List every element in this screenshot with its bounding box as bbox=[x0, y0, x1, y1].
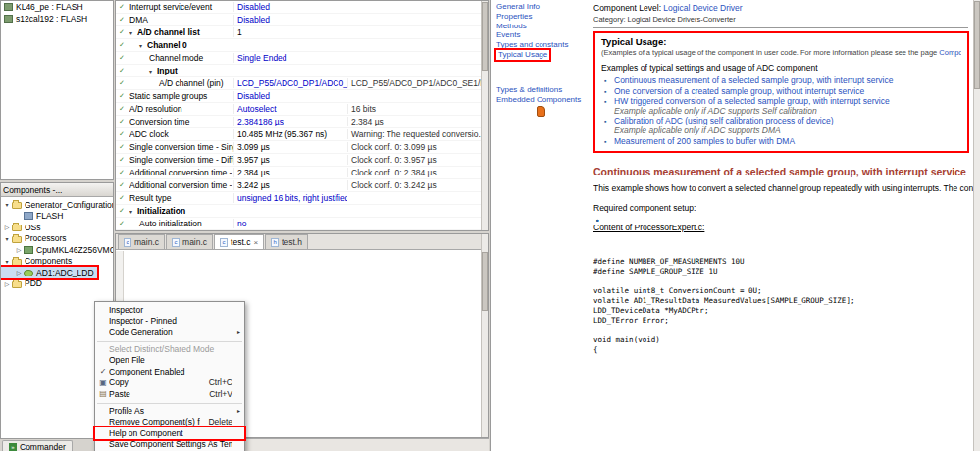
tree-item[interactable]: ▾ Processors bbox=[1, 233, 70, 245]
toc-link[interactable]: Typical Usage bbox=[496, 50, 549, 60]
property-value[interactable]: Single Ended bbox=[233, 53, 347, 63]
scrollbar-thumb[interactable] bbox=[974, 1, 980, 89]
expand-arrow-icon[interactable]: ▾ bbox=[129, 208, 137, 215]
expand-arrow-icon[interactable]: ▾ bbox=[139, 42, 147, 49]
usage-example-link[interactable]: Calibration of ADC (using self calibrati… bbox=[614, 116, 833, 125]
property-value[interactable]: Disabled bbox=[233, 91, 347, 101]
DMA[interactable]: ✓ DMA Disabled bbox=[116, 14, 488, 26]
Single conversion time - Sing[interactable]: ✓ Single conversion time - Sing 3.099 µs… bbox=[116, 141, 488, 154]
expand-arrow-icon[interactable]: ▾ bbox=[3, 235, 11, 242]
property-value[interactable]: 2.384 µs bbox=[233, 168, 347, 177]
menu-item[interactable]: Copy Ctrl+C ▸ bbox=[95, 377, 244, 389]
property-value[interactable]: 1 bbox=[233, 27, 347, 37]
tree-item[interactable]: ▷ CpuMKL46Z256VMC4 bbox=[1, 244, 114, 256]
tree-item[interactable]: ▷ PDD bbox=[1, 278, 45, 290]
toc-link[interactable]: Types and constants bbox=[496, 40, 568, 50]
menu-item[interactable]: Help on Component ▸ bbox=[95, 427, 244, 439]
Interrupt service/event[interactable]: ✓ Interrupt service/event Disabled bbox=[116, 1, 488, 14]
property-value[interactable]: 3.242 µs bbox=[233, 180, 347, 190]
usage-example-link[interactable]: One conversion of a created sample group… bbox=[614, 86, 864, 96]
property-value[interactable]: 2.384186 µs bbox=[233, 117, 347, 126]
menu-item[interactable]: Inspector - Pinned ▸ bbox=[95, 316, 244, 327]
Initialization[interactable]: ✓ ▾Initialization bbox=[116, 205, 488, 218]
A/D resolution[interactable]: ✓ A/D resolution Autoselect 16 bits bbox=[116, 103, 488, 116]
expand-arrow-icon[interactable]: ▾ bbox=[3, 201, 11, 208]
menu-item[interactable]: Select Distinct/Shared Mode ▸ bbox=[95, 343, 244, 355]
usage-example-link[interactable]: HW triggered conversion of a selected sa… bbox=[614, 96, 890, 106]
tree-item[interactable]: ▷ OSs bbox=[1, 222, 44, 233]
menu-item[interactable]: Code Generation ▸ bbox=[95, 326, 244, 338]
inspector-scrollbar[interactable] bbox=[481, 1, 488, 230]
usage-example-link[interactable]: Measurement of 200 samples to buffer wit… bbox=[614, 136, 795, 146]
Single conversion time - Diffe[interactable]: ✓ Single conversion time - Diffe 3.957 µ… bbox=[116, 154, 488, 167]
menu-item[interactable]: ▸ bbox=[97, 401, 242, 404]
component-level-link[interactable]: Logical Device Driver bbox=[663, 3, 742, 13]
menu-item[interactable]: Component Enabled ▸ bbox=[95, 366, 244, 377]
tab-label: test.c bbox=[231, 237, 250, 247]
editor-tab[interactable]: c main.c × bbox=[118, 234, 165, 249]
scrollbar-thumb[interactable] bbox=[482, 252, 488, 311]
menu-item[interactable]: Save Component Settings As Template ▸ bbox=[95, 439, 244, 451]
toc-link[interactable]: Events bbox=[496, 30, 520, 40]
toc-link[interactable]: Properties bbox=[496, 12, 532, 22]
menu-item-label: Save Component Settings As Template bbox=[109, 439, 232, 449]
expand-arrow-icon[interactable]: ▷ bbox=[15, 246, 23, 253]
A/D channel (pin)[interactable]: ✓ A/D channel (pin) LCD_P55/ADC0_DP1/ADC… bbox=[116, 77, 488, 90]
toc-link[interactable]: Types & definitions bbox=[496, 85, 562, 95]
menu-item[interactable]: Inspector ▸ bbox=[95, 304, 244, 316]
tree-item[interactable]: ▷ AD1:ADC_LDD bbox=[1, 267, 97, 278]
property-value[interactable]: no bbox=[233, 219, 347, 228]
tree-item[interactable]: ▾ Generator_Configurations bbox=[1, 199, 114, 211]
Additional conversion time -[interactable]: ✓ Additional conversion time - 3.242 µs … bbox=[116, 179, 488, 192]
expand-arrow-icon[interactable]: ▷ bbox=[15, 269, 23, 276]
project-item[interactable]: s12cal192 : FLASH bbox=[1, 13, 113, 25]
Additional conversion time -[interactable]: ✓ Additional conversion time - 2.384 µs … bbox=[116, 167, 488, 179]
Channel 0[interactable]: ✓ ▾Channel 0 bbox=[116, 39, 488, 52]
menu-item[interactable]: Paste Ctrl+V ▸ bbox=[95, 388, 244, 400]
Auto initialization[interactable]: ✓ Auto initialization no bbox=[116, 218, 488, 230]
Conversion time[interactable]: ✓ Conversion time 2.384186 µs 2.384 µs bbox=[116, 116, 488, 128]
Channel mode[interactable]: ✓ Channel mode Single Ended bbox=[116, 52, 488, 65]
menu-item[interactable]: Profile As ▸ bbox=[95, 405, 244, 417]
property-value[interactable]: Disabled bbox=[233, 15, 347, 25]
A/D channel list[interactable]: ✓ ▾A/D channel list 1 bbox=[116, 26, 488, 39]
menu-item[interactable]: ▸ bbox=[97, 339, 242, 342]
tree-item[interactable]: FLASH bbox=[1, 211, 66, 223]
commander-view-tab[interactable]: » Commander bbox=[2, 440, 73, 451]
toc-link[interactable]: Embedded Components bbox=[496, 95, 581, 105]
expand-arrow-icon[interactable]: ▷ bbox=[3, 280, 11, 287]
editor-tab[interactable]: c main.c × bbox=[166, 234, 213, 249]
toc-link[interactable]: General Info bbox=[496, 2, 540, 12]
tree-item-label: PDD bbox=[25, 278, 42, 288]
menu-item[interactable]: Open File ▸ bbox=[95, 354, 244, 366]
editor-tab[interactable]: h test.h × bbox=[265, 234, 308, 249]
menu-item[interactable]: Remove Component(s) from Project Delete … bbox=[95, 416, 244, 427]
Static sample groups[interactable]: ✓ Static sample groups Disabled bbox=[116, 90, 488, 103]
property-value[interactable]: Autoselect bbox=[233, 104, 347, 114]
Result type[interactable]: ✓ Result type unsigned 16 bits, right ju… bbox=[116, 192, 488, 205]
property-value[interactable]: 10.485 MHz (95.367 ns) bbox=[233, 129, 347, 139]
help-scrollbar[interactable] bbox=[973, 0, 980, 451]
expand-arrow-icon[interactable]: ▾ bbox=[129, 29, 137, 36]
property-value[interactable]: Disabled bbox=[233, 2, 347, 12]
tree-item[interactable]: ▾ Components bbox=[1, 256, 75, 268]
property-value[interactable]: 3.099 µs bbox=[233, 142, 347, 152]
expand-arrow-icon[interactable]: ▷ bbox=[3, 224, 11, 230]
ADC clock[interactable]: ✓ ADC clock 10.485 MHz (95.367 ns) Warni… bbox=[116, 128, 488, 141]
toc-link[interactable]: Methods bbox=[496, 22, 527, 31]
property-value[interactable]: 3.957 µs bbox=[233, 155, 347, 165]
property-name-cell: DMA bbox=[128, 15, 233, 25]
property-name-cell: Interrupt service/event bbox=[128, 2, 233, 12]
close-tab-icon[interactable]: × bbox=[253, 238, 258, 247]
expand-arrow-icon[interactable]: ▾ bbox=[149, 68, 157, 75]
editor-tab[interactable]: c test.c × bbox=[214, 234, 264, 249]
editor-scrollbar[interactable] bbox=[481, 234, 488, 437]
property-value[interactable]: LCD_P55/ADC0_DP1/ADC0_SE1/P... bbox=[233, 78, 347, 88]
property-value[interactable]: unsigned 16 bits, right justified bbox=[233, 193, 347, 203]
typical-usage-page-link[interactable]: Component Code Typical Usage bbox=[939, 48, 961, 57]
Input[interactable]: ✓ ▾Input bbox=[116, 65, 488, 77]
expand-arrow-icon[interactable]: ▾ bbox=[3, 258, 11, 265]
usage-example-link[interactable]: Continuous measurement of a selected sam… bbox=[614, 75, 893, 85]
scrollbar-thumb[interactable] bbox=[482, 2, 488, 71]
project-item[interactable]: KL46_pe : FLASH bbox=[1, 1, 113, 13]
